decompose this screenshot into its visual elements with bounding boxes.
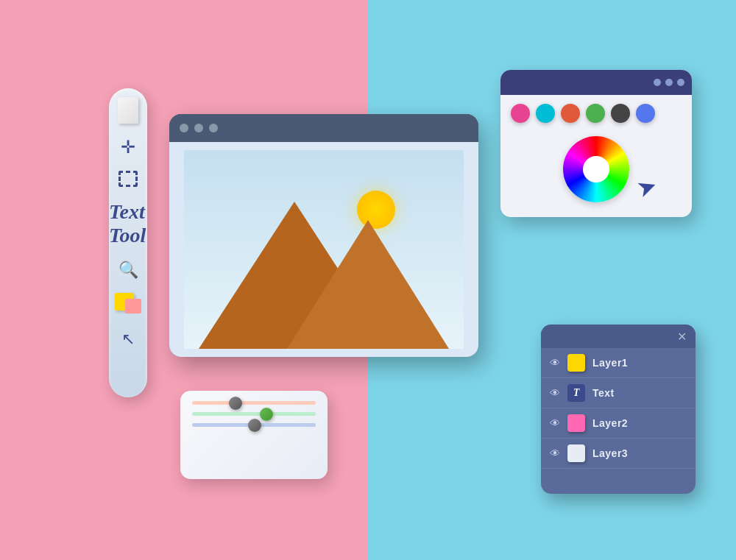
browser-dot-1 bbox=[180, 124, 188, 132]
layer-name-4: Layer3 bbox=[592, 447, 628, 459]
slider-thumb-red[interactable] bbox=[229, 397, 242, 410]
browser-titlebar bbox=[169, 114, 478, 142]
color-picker-window: ➤ bbox=[500, 70, 692, 217]
text-tool[interactable]: Text Tool bbox=[109, 200, 147, 247]
layer-row-1[interactable]: 👁 Layer1 bbox=[541, 348, 696, 378]
slider-row-red bbox=[192, 401, 316, 405]
layers-titlebar: ✕ bbox=[541, 325, 696, 348]
mountain-scene bbox=[184, 150, 464, 349]
move-tool[interactable]: ✛ bbox=[121, 137, 135, 157]
search-tool[interactable]: 🔍 bbox=[118, 260, 138, 280]
swatch-green[interactable] bbox=[586, 104, 605, 123]
slider-track-green[interactable] bbox=[192, 412, 316, 416]
swatch-blue[interactable] bbox=[636, 104, 655, 123]
color-wheel[interactable] bbox=[563, 136, 629, 202]
layer-name-3: Layer2 bbox=[592, 417, 628, 429]
color-swatches bbox=[500, 95, 692, 129]
slider-thumb-green[interactable] bbox=[260, 408, 273, 421]
toolbar: ✛ Text Tool 🔍 ↖ bbox=[109, 88, 147, 397]
color-wheel-inner bbox=[583, 156, 609, 182]
browser-content bbox=[169, 142, 478, 357]
swatch-red[interactable] bbox=[561, 104, 580, 123]
layer-text-icon: T bbox=[567, 384, 585, 402]
layers-close-button[interactable]: ✕ bbox=[677, 330, 687, 344]
select-tool[interactable] bbox=[118, 171, 138, 187]
color-picker-dot-3 bbox=[677, 79, 684, 86]
layer-color-4 bbox=[567, 444, 585, 462]
mountain-right bbox=[287, 220, 449, 349]
layer-row-4[interactable]: 👁 Layer3 bbox=[541, 439, 696, 469]
sticky-note-pink bbox=[125, 299, 141, 313]
sliders-panel bbox=[180, 391, 328, 479]
cursor-icon: ➤ bbox=[632, 171, 660, 204]
color-picker-dot-2 bbox=[665, 79, 673, 86]
layer-eye-icon-4: 👁 bbox=[550, 447, 560, 459]
color-picker-dot-1 bbox=[654, 79, 661, 86]
layer-name-2: Text bbox=[592, 387, 615, 399]
swatch-cyan[interactable] bbox=[536, 104, 555, 123]
layer-eye-icon-3: 👁 bbox=[550, 417, 560, 429]
sticky-note-tool[interactable] bbox=[115, 293, 141, 316]
layer-row-3[interactable]: 👁 Layer2 bbox=[541, 408, 696, 439]
eraser-tool[interactable] bbox=[118, 97, 138, 124]
arrow-tool[interactable]: ↖ bbox=[121, 330, 135, 349]
move-icon: ✛ bbox=[121, 137, 135, 157]
slider-thumb-blue[interactable] bbox=[248, 419, 261, 432]
layer-name-1: Layer1 bbox=[592, 357, 628, 369]
slider-row-green bbox=[192, 412, 316, 416]
slider-track-red[interactable] bbox=[192, 401, 316, 405]
layer-eye-icon-2: 👁 bbox=[550, 387, 560, 399]
color-wheel-area[interactable]: ➤ bbox=[500, 129, 692, 210]
slider-track-blue[interactable] bbox=[192, 423, 316, 427]
layer-color-1 bbox=[567, 354, 585, 372]
swatch-pink[interactable] bbox=[511, 104, 530, 123]
layer-eye-icon-1: 👁 bbox=[550, 357, 560, 369]
swatch-dark[interactable] bbox=[611, 104, 630, 123]
browser-dot-3 bbox=[209, 124, 218, 132]
slider-row-blue bbox=[192, 423, 316, 427]
browser-window bbox=[169, 114, 478, 357]
layer-row-2[interactable]: 👁 T Text bbox=[541, 378, 696, 408]
layers-panel: ✕ 👁 Layer1 👁 T Text 👁 Layer2 👁 Layer3 bbox=[541, 325, 696, 494]
color-picker-titlebar bbox=[500, 70, 692, 95]
layer-color-3 bbox=[567, 414, 585, 432]
browser-dot-2 bbox=[194, 124, 203, 132]
